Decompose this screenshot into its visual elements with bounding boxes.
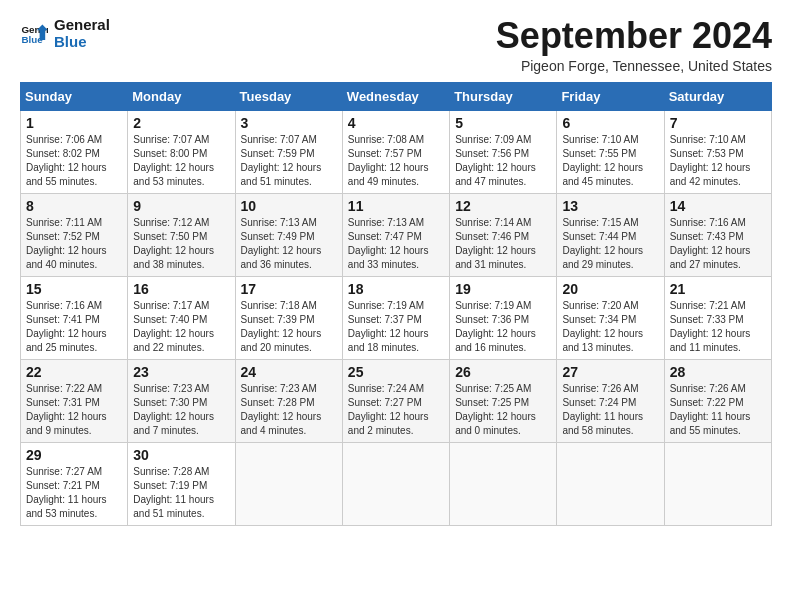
day-cell: 4Sunrise: 7:08 AM Sunset: 7:57 PM Daylig… [342, 110, 449, 193]
day-cell: 14Sunrise: 7:16 AM Sunset: 7:43 PM Dayli… [664, 193, 771, 276]
day-number: 4 [348, 115, 444, 131]
location: Pigeon Forge, Tennessee, United States [496, 58, 772, 74]
day-cell: 13Sunrise: 7:15 AM Sunset: 7:44 PM Dayli… [557, 193, 664, 276]
day-info: Sunrise: 7:26 AM Sunset: 7:22 PM Dayligh… [670, 382, 766, 438]
day-number: 16 [133, 281, 229, 297]
day-info: Sunrise: 7:28 AM Sunset: 7:19 PM Dayligh… [133, 465, 229, 521]
day-info: Sunrise: 7:17 AM Sunset: 7:40 PM Dayligh… [133, 299, 229, 355]
day-info: Sunrise: 7:20 AM Sunset: 7:34 PM Dayligh… [562, 299, 658, 355]
day-info: Sunrise: 7:13 AM Sunset: 7:49 PM Dayligh… [241, 216, 337, 272]
day-info: Sunrise: 7:25 AM Sunset: 7:25 PM Dayligh… [455, 382, 551, 438]
title-area: September 2024 Pigeon Forge, Tennessee, … [496, 16, 772, 74]
day-cell: 7Sunrise: 7:10 AM Sunset: 7:53 PM Daylig… [664, 110, 771, 193]
day-info: Sunrise: 7:10 AM Sunset: 7:55 PM Dayligh… [562, 133, 658, 189]
day-number: 25 [348, 364, 444, 380]
day-cell [235, 442, 342, 525]
day-cell [450, 442, 557, 525]
day-cell [342, 442, 449, 525]
logo-blue: Blue [54, 33, 110, 50]
weekday-wednesday: Wednesday [342, 82, 449, 110]
day-number: 12 [455, 198, 551, 214]
day-cell: 25Sunrise: 7:24 AM Sunset: 7:27 PM Dayli… [342, 359, 449, 442]
day-number: 9 [133, 198, 229, 214]
day-number: 23 [133, 364, 229, 380]
day-number: 1 [26, 115, 122, 131]
week-row-1: 1Sunrise: 7:06 AM Sunset: 8:02 PM Daylig… [21, 110, 772, 193]
day-info: Sunrise: 7:10 AM Sunset: 7:53 PM Dayligh… [670, 133, 766, 189]
day-number: 11 [348, 198, 444, 214]
day-cell: 1Sunrise: 7:06 AM Sunset: 8:02 PM Daylig… [21, 110, 128, 193]
day-number: 13 [562, 198, 658, 214]
day-info: Sunrise: 7:21 AM Sunset: 7:33 PM Dayligh… [670, 299, 766, 355]
day-cell: 19Sunrise: 7:19 AM Sunset: 7:36 PM Dayli… [450, 276, 557, 359]
day-number: 15 [26, 281, 122, 297]
day-info: Sunrise: 7:18 AM Sunset: 7:39 PM Dayligh… [241, 299, 337, 355]
day-cell: 10Sunrise: 7:13 AM Sunset: 7:49 PM Dayli… [235, 193, 342, 276]
day-info: Sunrise: 7:26 AM Sunset: 7:24 PM Dayligh… [562, 382, 658, 438]
day-info: Sunrise: 7:15 AM Sunset: 7:44 PM Dayligh… [562, 216, 658, 272]
day-number: 26 [455, 364, 551, 380]
day-cell: 8Sunrise: 7:11 AM Sunset: 7:52 PM Daylig… [21, 193, 128, 276]
day-info: Sunrise: 7:12 AM Sunset: 7:50 PM Dayligh… [133, 216, 229, 272]
day-cell: 6Sunrise: 7:10 AM Sunset: 7:55 PM Daylig… [557, 110, 664, 193]
day-info: Sunrise: 7:07 AM Sunset: 7:59 PM Dayligh… [241, 133, 337, 189]
day-info: Sunrise: 7:16 AM Sunset: 7:41 PM Dayligh… [26, 299, 122, 355]
day-info: Sunrise: 7:24 AM Sunset: 7:27 PM Dayligh… [348, 382, 444, 438]
day-info: Sunrise: 7:06 AM Sunset: 8:02 PM Dayligh… [26, 133, 122, 189]
day-cell [664, 442, 771, 525]
day-number: 18 [348, 281, 444, 297]
day-cell: 21Sunrise: 7:21 AM Sunset: 7:33 PM Dayli… [664, 276, 771, 359]
weekday-sunday: Sunday [21, 82, 128, 110]
day-number: 29 [26, 447, 122, 463]
logo-general: General [54, 16, 110, 33]
day-info: Sunrise: 7:11 AM Sunset: 7:52 PM Dayligh… [26, 216, 122, 272]
week-row-3: 15Sunrise: 7:16 AM Sunset: 7:41 PM Dayli… [21, 276, 772, 359]
weekday-header-row: SundayMondayTuesdayWednesdayThursdayFrid… [21, 82, 772, 110]
day-info: Sunrise: 7:19 AM Sunset: 7:37 PM Dayligh… [348, 299, 444, 355]
day-cell: 20Sunrise: 7:20 AM Sunset: 7:34 PM Dayli… [557, 276, 664, 359]
header: General Blue General Blue September 2024… [20, 16, 772, 74]
day-number: 3 [241, 115, 337, 131]
day-info: Sunrise: 7:16 AM Sunset: 7:43 PM Dayligh… [670, 216, 766, 272]
day-number: 14 [670, 198, 766, 214]
calendar-table: SundayMondayTuesdayWednesdayThursdayFrid… [20, 82, 772, 526]
day-number: 5 [455, 115, 551, 131]
day-number: 20 [562, 281, 658, 297]
day-number: 24 [241, 364, 337, 380]
day-cell: 28Sunrise: 7:26 AM Sunset: 7:22 PM Dayli… [664, 359, 771, 442]
day-cell: 17Sunrise: 7:18 AM Sunset: 7:39 PM Dayli… [235, 276, 342, 359]
day-number: 6 [562, 115, 658, 131]
day-number: 19 [455, 281, 551, 297]
day-info: Sunrise: 7:27 AM Sunset: 7:21 PM Dayligh… [26, 465, 122, 521]
weekday-saturday: Saturday [664, 82, 771, 110]
day-cell: 24Sunrise: 7:23 AM Sunset: 7:28 PM Dayli… [235, 359, 342, 442]
day-info: Sunrise: 7:08 AM Sunset: 7:57 PM Dayligh… [348, 133, 444, 189]
day-number: 21 [670, 281, 766, 297]
day-cell: 2Sunrise: 7:07 AM Sunset: 8:00 PM Daylig… [128, 110, 235, 193]
week-row-4: 22Sunrise: 7:22 AM Sunset: 7:31 PM Dayli… [21, 359, 772, 442]
day-info: Sunrise: 7:13 AM Sunset: 7:47 PM Dayligh… [348, 216, 444, 272]
day-cell: 11Sunrise: 7:13 AM Sunset: 7:47 PM Dayli… [342, 193, 449, 276]
day-info: Sunrise: 7:14 AM Sunset: 7:46 PM Dayligh… [455, 216, 551, 272]
day-number: 2 [133, 115, 229, 131]
day-info: Sunrise: 7:23 AM Sunset: 7:28 PM Dayligh… [241, 382, 337, 438]
month-title: September 2024 [496, 16, 772, 56]
day-cell: 12Sunrise: 7:14 AM Sunset: 7:46 PM Dayli… [450, 193, 557, 276]
day-cell: 30Sunrise: 7:28 AM Sunset: 7:19 PM Dayli… [128, 442, 235, 525]
day-cell: 16Sunrise: 7:17 AM Sunset: 7:40 PM Dayli… [128, 276, 235, 359]
logo: General Blue General Blue [20, 16, 110, 50]
day-cell: 23Sunrise: 7:23 AM Sunset: 7:30 PM Dayli… [128, 359, 235, 442]
day-cell [557, 442, 664, 525]
day-number: 10 [241, 198, 337, 214]
day-number: 7 [670, 115, 766, 131]
day-number: 28 [670, 364, 766, 380]
weekday-tuesday: Tuesday [235, 82, 342, 110]
day-info: Sunrise: 7:19 AM Sunset: 7:36 PM Dayligh… [455, 299, 551, 355]
week-row-2: 8Sunrise: 7:11 AM Sunset: 7:52 PM Daylig… [21, 193, 772, 276]
day-cell: 3Sunrise: 7:07 AM Sunset: 7:59 PM Daylig… [235, 110, 342, 193]
day-cell: 18Sunrise: 7:19 AM Sunset: 7:37 PM Dayli… [342, 276, 449, 359]
day-number: 22 [26, 364, 122, 380]
day-cell: 27Sunrise: 7:26 AM Sunset: 7:24 PM Dayli… [557, 359, 664, 442]
day-cell: 5Sunrise: 7:09 AM Sunset: 7:56 PM Daylig… [450, 110, 557, 193]
day-info: Sunrise: 7:22 AM Sunset: 7:31 PM Dayligh… [26, 382, 122, 438]
